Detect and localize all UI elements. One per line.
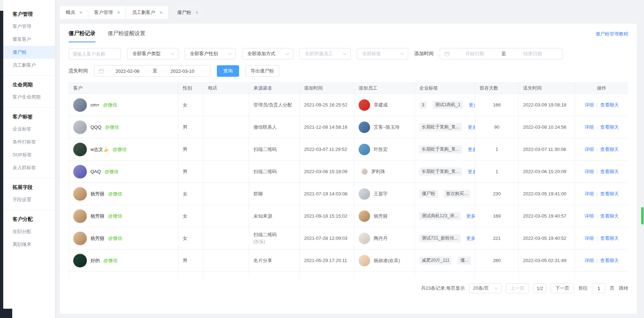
next-page-button[interactable]: 下一页 <box>551 283 574 293</box>
zombie-tutorial-link[interactable]: 僵尸粉管理教程 <box>596 30 628 37</box>
lost-time-range-picker[interactable]: 2022-02-08 至 2022-03-10 <box>94 65 211 77</box>
sidebar-item[interactable]: 客户生命周期 <box>3 91 55 104</box>
window-tab[interactable]: 僵尸粉× <box>172 6 204 19</box>
added-time-cell: 2021-09-18 15:15:02 <box>300 205 354 227</box>
gender-cell: 男 <box>178 161 204 183</box>
detail-link[interactable]: 详细 <box>584 213 594 219</box>
export-zombie-button[interactable]: 导出僵尸粉 <box>245 65 279 77</box>
channel-cell: 扫描二维码 <box>249 138 300 161</box>
customer-cell: QQQ@微信 <box>69 116 178 138</box>
view-chat-link[interactable]: 查看聊天 <box>600 102 619 108</box>
page-scrollbar-thumb[interactable] <box>641 207 644 224</box>
customer-type-select[interactable]: 全部客户类型 <box>127 48 178 60</box>
sidebar-item[interactable]: 重复客户 <box>3 33 55 46</box>
add-method-select[interactable]: 全部添加方式 <box>242 48 293 60</box>
customer-name: 杨芳丽 <box>90 191 104 197</box>
view-chat-link[interactable]: 查看聊天 <box>600 213 619 219</box>
sidebar-item[interactable]: 未入群标签 <box>3 161 55 174</box>
customer-gender-select[interactable]: 全部客户性别 <box>185 48 236 60</box>
more-link[interactable]: 更多 <box>466 235 475 242</box>
sidebar-item[interactable]: 员工删客户 <box>3 59 55 72</box>
sidebar-item[interactable]: 客户管理 <box>3 20 55 33</box>
window-tab[interactable]: 概况× <box>60 6 88 19</box>
view-chat-link[interactable]: 查看聊天 <box>600 191 619 197</box>
lost-time-cell: 2022-03-09 19:08:18 <box>519 94 575 116</box>
sidebar-item[interactable]: 离职继承 <box>3 238 55 251</box>
view-chat-link[interactable]: 查看聊天 <box>600 169 619 175</box>
actions-wrap: 详细|查看聊天 <box>579 235 624 242</box>
view-chat-link[interactable]: 查看聊天 <box>600 257 619 264</box>
prev-page-button[interactable]: 上一页 <box>506 283 529 293</box>
detail-link[interactable]: 详细 <box>584 191 594 197</box>
tab-zombie-reminder-settings[interactable]: 僵尸粉提醒设置 <box>108 30 145 42</box>
close-icon[interactable]: × <box>159 10 162 15</box>
sidebar-item[interactable]: 条件打标签 <box>3 136 55 148</box>
tag-select[interactable]: 全部标签 <box>357 48 408 60</box>
close-icon[interactable]: × <box>79 10 82 15</box>
retention-days-cell: 1 <box>475 161 519 183</box>
table-row: QQQ@微信男微信联系人2021-12-08 14:58:16艾客~陈玉玲长期处… <box>69 116 629 138</box>
gender-cell: 男 <box>178 250 204 272</box>
jump-button[interactable]: 跳转 <box>619 285 628 291</box>
action-divider: | <box>596 191 597 196</box>
sidebar-item[interactable]: 在职分配 <box>3 225 55 238</box>
sidebar-item[interactable]: SOP标签 <box>3 148 55 161</box>
staff-name: 艾客~陈玉玲 <box>374 124 400 130</box>
staff-wrap: 陶丹丹 <box>359 233 410 244</box>
goto-page-input[interactable] <box>592 283 606 293</box>
tag-chip: 僵... <box>458 256 471 265</box>
view-chat-link[interactable]: 查看聊天 <box>600 124 619 130</box>
sidebar-divider <box>3 178 55 178</box>
phone-cell <box>204 138 249 161</box>
sidebar-item[interactable]: 字段设置 <box>3 193 55 206</box>
page-size-select[interactable]: 20条/页 <box>469 283 501 293</box>
channel-sub: (百乐) <box>253 239 295 245</box>
table-container: 客户性别电话来源渠道添加时间添加员工企业标签留存天数流失时间操作 cm+@微信女… <box>69 82 628 278</box>
more-link[interactable]: 更多 <box>468 169 475 175</box>
view-chat-link[interactable]: 查看聊天 <box>600 235 619 242</box>
view-chat-link[interactable]: 查看聊天 <box>600 146 619 153</box>
window-tab-label: 僵尸粉 <box>177 9 191 16</box>
added-time-cell: 2021-07-19 14:03:08 <box>300 183 354 205</box>
channel-main: 微信联系人 <box>253 124 295 130</box>
start-date-placeholder: 开始日期 <box>449 51 500 57</box>
detail-link[interactable]: 详细 <box>584 257 594 264</box>
detail-link[interactable]: 详细 <box>584 235 594 242</box>
window-tab[interactable]: 员工删客户× <box>126 6 168 19</box>
column-header: 客户 <box>69 83 178 94</box>
sidebar-item[interactable]: 僵尸粉 <box>3 46 55 59</box>
customer-avatar <box>73 165 87 179</box>
wechat-badge: @微信 <box>103 102 117 108</box>
customer-cell <box>69 272 178 279</box>
search-button[interactable]: 查询 <box>217 65 239 77</box>
staff-cell: 王新宇 <box>354 183 415 205</box>
detail-link[interactable]: 详细 <box>584 169 594 175</box>
window-tab[interactable]: 客户管理× <box>88 6 126 19</box>
phone-cell <box>204 205 249 227</box>
empty-cell <box>475 272 519 279</box>
lost-time-cell: 2022-03-05 19:40:57 <box>519 205 575 227</box>
tags-wrap: 长期处于复购_复...更多 <box>419 167 471 176</box>
detail-link[interactable]: 详细 <box>584 124 594 130</box>
added-time-cell: 2021-12-08 14:58:16 <box>300 116 354 138</box>
more-link[interactable]: 更多 <box>466 213 475 219</box>
more-link[interactable]: 更多 <box>469 102 475 108</box>
empty-cell <box>575 272 629 279</box>
customer-name-input[interactable] <box>69 48 121 60</box>
more-link[interactable]: 更多 <box>468 146 475 153</box>
actions-cell: 详细|查看聊天 <box>575 205 629 227</box>
wechat-badge: @微信 <box>108 235 122 242</box>
add-time-range-picker[interactable]: 开始日期 至 结束日期 <box>440 48 563 60</box>
close-icon[interactable]: × <box>117 10 120 15</box>
more-link[interactable]: 更多 <box>468 124 475 130</box>
lost-time-label: 流失时间 <box>69 68 88 74</box>
sidebar-item[interactable]: 企业标签 <box>3 123 55 136</box>
owner-staff-select[interactable]: 全部所属员工 <box>299 48 351 60</box>
channel-cell: 未知来源 <box>249 205 300 227</box>
tag-chip: 测试1商机_1 <box>433 101 463 109</box>
detail-link[interactable]: 详细 <box>584 102 594 108</box>
tab-zombie-record[interactable]: 僵尸粉记录 <box>69 30 95 42</box>
rail-collapse-button[interactable] <box>0 309 12 318</box>
detail-link[interactable]: 详细 <box>584 146 594 153</box>
close-icon[interactable]: × <box>196 10 199 15</box>
